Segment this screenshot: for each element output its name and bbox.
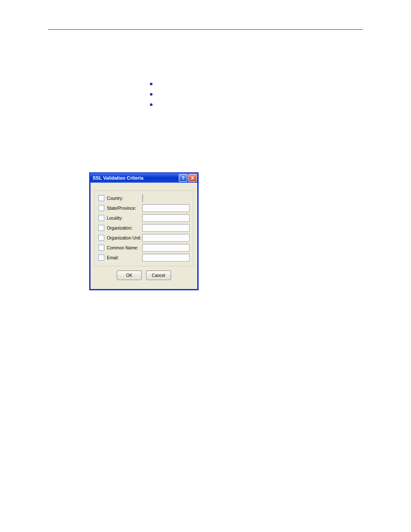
- organization-label: Organization:: [107, 226, 142, 230]
- ssl-validation-dialog: SSL Validation Criteria ? X Country: Sta…: [89, 172, 199, 290]
- country-label: Country:: [107, 196, 142, 201]
- common-name-checkbox[interactable]: [98, 245, 104, 251]
- org-unit-input[interactable]: [142, 234, 190, 242]
- help-icon: ?: [182, 175, 185, 180]
- help-button[interactable]: ?: [179, 174, 187, 182]
- country-checkbox[interactable]: [98, 195, 104, 201]
- state-label: State/Province:: [107, 206, 142, 211]
- row-organization: Organization:: [98, 224, 190, 232]
- row-org-unit: Organization Unit:: [98, 234, 190, 242]
- email-label: Email:: [107, 255, 142, 260]
- bullet-list: [150, 83, 153, 114]
- ok-button[interactable]: OK: [117, 271, 142, 280]
- dialog-titlebar[interactable]: SSL Validation Criteria ? X: [90, 173, 198, 183]
- locality-checkbox[interactable]: [98, 215, 104, 221]
- row-state: State/Province:: [98, 204, 190, 212]
- dialog-body: Country: State/Province: Locality: Organ…: [90, 183, 198, 289]
- dialog-button-row: OK Cancel: [94, 266, 193, 285]
- close-button[interactable]: X: [188, 174, 197, 182]
- organization-input[interactable]: [142, 224, 190, 232]
- row-locality: Locality:: [98, 214, 190, 222]
- email-input[interactable]: [142, 254, 190, 261]
- locality-input[interactable]: [142, 214, 190, 222]
- common-name-input[interactable]: [142, 244, 190, 252]
- dialog-title: SSL Validation Criteria: [93, 175, 143, 180]
- cancel-button[interactable]: Cancel: [146, 271, 171, 280]
- country-input[interactable]: [142, 194, 143, 202]
- locality-label: Locality:: [107, 216, 142, 221]
- organization-checkbox[interactable]: [98, 225, 104, 231]
- bullet-icon: [150, 103, 153, 106]
- row-common-name: Common Name:: [98, 244, 190, 252]
- bullet-icon: [150, 93, 153, 96]
- email-checkbox[interactable]: [98, 255, 104, 261]
- criteria-group: Country: State/Province: Locality: Organ…: [94, 190, 193, 266]
- common-name-label: Common Name:: [107, 246, 142, 250]
- divider-rule: [48, 29, 363, 30]
- ok-button-label: OK: [126, 273, 132, 278]
- close-icon: X: [191, 175, 194, 180]
- cancel-button-label: Cancel: [152, 273, 165, 278]
- org-unit-checkbox[interactable]: [98, 235, 104, 241]
- row-email: Email:: [98, 254, 190, 261]
- row-country: Country:: [98, 194, 190, 202]
- bullet-icon: [150, 83, 153, 85]
- state-input[interactable]: [142, 204, 190, 212]
- org-unit-label: Organization Unit:: [107, 236, 142, 240]
- state-checkbox[interactable]: [98, 205, 104, 211]
